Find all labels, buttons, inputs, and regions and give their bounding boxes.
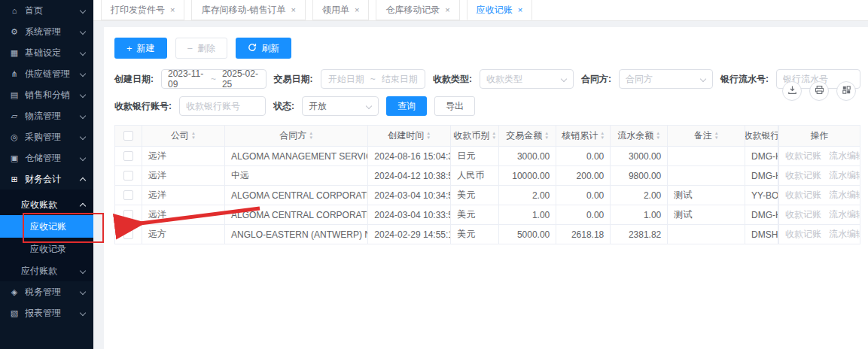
sort-icon[interactable]: ▲▼ [309,132,313,140]
column-header-label: 备注 [694,129,712,142]
sort-icon[interactable]: ▲▼ [492,132,496,140]
sidebar-item-label: 应收记账 [30,220,86,233]
row-checkbox[interactable] [123,171,133,181]
close-icon[interactable]: × [291,5,295,14]
sidebar-item[interactable]: ⊞财务会计 [0,168,93,190]
sidebar-item[interactable]: ▤销售和分销 [0,84,93,105]
cell-balance: 2381.82 [611,225,668,244]
cell-currency: 日元 [451,147,499,165]
select-all-checkbox[interactable] [123,131,133,141]
sidebar-item[interactable]: ⋔供应链管理 [0,63,93,84]
row-action-0[interactable]: 收款记账 [785,208,821,221]
column-header-label: 合同方 [279,129,306,142]
column-settings-button[interactable] [836,81,856,101]
download-button[interactable] [782,81,802,101]
tab-label: 库存间移动-销售订单 [201,4,285,17]
cell-value: 远洋 [148,189,166,202]
row-action-0[interactable]: 收款记账 [785,228,821,241]
refresh-button[interactable]: 刷新 [236,38,291,59]
column-header-balance[interactable]: 流水余额▲▼ [611,126,668,146]
sort-icon[interactable]: ▲▼ [426,132,431,140]
cell-party: ALGOMA CENTRAL CORPORATION [225,186,368,205]
close-icon[interactable]: × [170,5,175,14]
column-header-currency[interactable]: 收款币别▲▼ [451,126,499,146]
column-header-created[interactable]: 创建时间▲▼ [368,126,451,146]
sidebar-item[interactable]: 应收记录 [0,238,93,260]
refresh-button-label: 刷新 [261,42,279,55]
sidebar-item[interactable]: ▦基础设定 [0,42,93,63]
cell-value: ALGOMA CENTRAL CORPORATION [231,210,368,220]
search-button[interactable]: 查询 [386,96,427,116]
column-header-writeoff[interactable]: 核销累计▲▼ [556,126,611,146]
cell-value: 3000.00 [629,151,661,162]
close-icon[interactable]: × [518,5,522,14]
receivables-table: 公司▲▼合同方▲▼创建时间▲▼收款币别▲▼交易金额▲▼核销累计▲▼流水余额▲▼备… [114,125,860,244]
row-action-0[interactable]: 收款记账 [785,189,821,202]
tab-2[interactable]: 领用单× [312,0,369,20]
sidebar-item[interactable]: 应付账款 [0,260,93,281]
row-checkbox[interactable] [123,190,133,200]
contract-party-select[interactable]: 合同方 [619,69,713,89]
delete-button[interactable]: − 删除 [175,38,228,59]
minus-icon: − [187,44,193,53]
tab-1[interactable]: 库存间移动-销售订单× [191,0,305,20]
payment-type-select[interactable]: 收款类型 [480,69,574,89]
tab-3[interactable]: 仓库移动记录× [376,0,459,20]
export-button[interactable]: 导出 [434,96,475,116]
row-action-1[interactable]: 流水编辑 [829,169,860,182]
column-header-amount[interactable]: 交易金额▲▼ [499,126,556,146]
sort-icon[interactable]: ▲▼ [656,132,660,140]
tab-active[interactable]: 应收记账× [467,0,532,20]
column-header-select [115,126,142,146]
column-header-label: 收款银行 [745,129,778,142]
cell-party: 中远 [225,166,368,185]
tab-0[interactable]: 打印发货件号× [101,0,184,20]
cell-balance: 1.00 [611,205,668,224]
close-icon[interactable]: × [355,5,359,14]
sidebar-item[interactable]: ▧报表管理 [0,302,93,323]
row-checkbox[interactable] [123,229,133,239]
bank-flow-no-label: 银行流水号: [720,73,769,86]
close-icon[interactable]: × [445,5,449,14]
sidebar-item-label: 报表管理 [25,307,80,320]
row-checkbox[interactable] [123,210,133,220]
print-button[interactable] [809,81,829,101]
finance-icon: ⊞ [9,174,20,184]
cell-writeoff: 2618.18 [556,225,611,244]
new-button[interactable]: + 新建 [114,38,167,59]
sidebar-item[interactable]: ⌂首页 [0,0,93,21]
cell-value: 人民币 [457,169,484,182]
sidebar-item[interactable]: ◎采购管理 [0,126,93,147]
cell-value: DMG-HSB [751,210,778,220]
sidebar-item[interactable]: ◈税务管理 [0,281,93,302]
cell-value: 远方 [148,228,166,241]
sidebar-item[interactable]: ▱物流管理 [0,105,93,126]
created-date-range[interactable]: 2023-11-09 ~ 2025-02-25 [161,69,266,89]
column-header-remark[interactable]: 备注▲▼ [668,126,745,146]
row-checkbox[interactable] [123,151,133,161]
row-action-1[interactable]: 流水编辑 [829,228,860,241]
sort-icon[interactable]: ▲▼ [544,132,549,140]
row-action-0[interactable]: 收款记账 [785,169,821,182]
gear-icon: ⚙ [9,27,20,37]
sort-icon[interactable]: ▲▼ [714,132,719,140]
sidebar-item[interactable]: 应收记账 [0,215,93,238]
row-action-1[interactable]: 流水编辑 [829,150,860,162]
bank-account-input[interactable] [179,96,266,116]
row-action-1[interactable]: 流水编辑 [829,208,860,221]
sort-icon[interactable]: ▲▼ [600,132,605,140]
trade-date-range[interactable]: 开始日期 ~ 结束日期 [321,69,426,89]
column-header-company[interactable]: 公司▲▼ [142,126,225,146]
row-action-1[interactable]: 流水编辑 [829,189,860,202]
sort-icon[interactable]: ▲▼ [191,132,196,140]
column-header-party[interactable]: 合同方▲▼ [225,126,368,146]
chevron-down-icon [80,29,86,35]
status-select[interactable]: 开放 [302,96,379,116]
row-action-0[interactable]: 收款记账 [785,150,821,162]
cell-amount: 3000.00 [499,147,556,165]
sidebar-item[interactable]: ▣仓储管理 [0,147,93,168]
cell-value: 中远 [231,169,249,182]
sidebar-item[interactable]: 应收账款 [0,194,93,215]
sidebar-item-label: 应收记录 [30,243,86,256]
sidebar-item[interactable]: ⚙系统管理 [0,21,93,42]
